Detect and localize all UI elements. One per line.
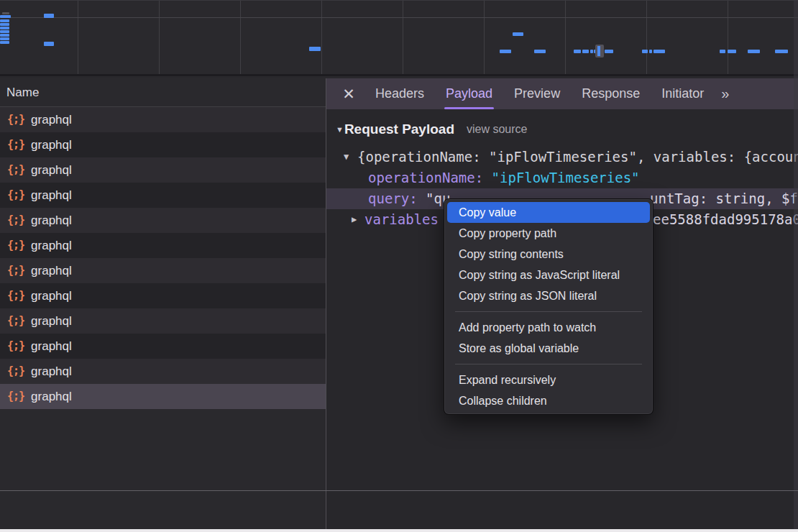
property-value-end: untTag: string, $f: [650, 188, 798, 209]
menu-item-add-property-path-to-watch[interactable]: Add property path to watch: [447, 317, 650, 338]
table-row-graphql[interactable]: {;}graphql: [0, 384, 326, 409]
request-name-label: graphql: [31, 208, 72, 233]
waterfall-bar: [0, 23, 9, 26]
menu-item-store-as-global-variable[interactable]: Store as global variable: [447, 338, 650, 359]
request-name-label: graphql: [31, 283, 72, 308]
network-request-list: Name {;}graphql{;}graphql{;}graphql{;}gr…: [0, 78, 326, 529]
waterfall-bar: [0, 27, 9, 29]
waterfall-bar: [574, 50, 581, 53]
timeline-gridline: [159, 1, 160, 74]
request-name-label: graphql: [31, 258, 72, 283]
network-overview-timeline[interactable]: [0, 0, 798, 76]
menu-item-copy-string-as-json-literal[interactable]: Copy string as JSON literal: [447, 285, 650, 306]
menu-item-expand-recursively[interactable]: Expand recursively: [447, 370, 650, 390]
request-name-label: graphql: [31, 183, 72, 208]
more-tabs-icon[interactable]: »: [721, 86, 728, 102]
window-bottom-edge: [0, 529, 798, 532]
tab-response[interactable]: Response: [582, 78, 640, 109]
summary-divider[interactable]: [0, 490, 798, 491]
waterfall-bar: [748, 50, 760, 53]
waterfall-bar: [0, 15, 11, 18]
property-value-end: ee5588fdad995178a0: [653, 209, 798, 230]
menu-item-collapse-children[interactable]: Collapse children: [447, 390, 650, 411]
json-braces-icon: {;}: [7, 157, 24, 183]
json-braces-icon: {;}: [7, 359, 24, 384]
menu-separator: [455, 364, 642, 364]
menu-item-copy-string-contents[interactable]: Copy string contents: [447, 244, 650, 265]
request-name-label: graphql: [31, 334, 72, 359]
json-braces-icon: {;}: [7, 283, 24, 308]
menu-item-copy-value[interactable]: Copy value: [447, 202, 650, 223]
property-key: query:: [368, 191, 418, 206]
waterfall-bar: [0, 37, 9, 40]
waterfall-bar: [513, 32, 523, 36]
json-braces-icon: {;}: [7, 308, 24, 334]
table-row-graphql[interactable]: {;}graphql: [0, 183, 326, 208]
panel-divider[interactable]: [326, 78, 326, 529]
timeline-gridline: [484, 1, 485, 74]
expand-arrow-icon[interactable]: ▶: [352, 209, 357, 230]
section-collapse-icon[interactable]: ▼: [336, 125, 344, 134]
table-row-graphql[interactable]: {;}graphql: [0, 283, 326, 308]
waterfall-bar: [605, 50, 613, 53]
window-right-edge: [794, 0, 798, 529]
timeline-gridline: [646, 1, 647, 74]
table-row-graphql[interactable]: {;}graphql: [0, 208, 326, 233]
view-source-link[interactable]: view source: [467, 123, 527, 136]
waterfall-bar: [0, 41, 9, 44]
json-braces-icon: {;}: [7, 384, 24, 409]
json-braces-icon: {;}: [7, 258, 24, 283]
root-preview-text: {operationName: "ipFlowTimeseries", vari…: [357, 147, 798, 168]
table-row-graphql[interactable]: {;}graphql: [0, 359, 326, 384]
request-name-label: graphql: [31, 107, 72, 132]
waterfall-bar: [0, 19, 9, 22]
tab-preview[interactable]: Preview: [514, 78, 560, 109]
timeline-gridline: [403, 1, 403, 74]
expand-arrow-icon[interactable]: ▼: [344, 147, 349, 168]
json-braces-icon: {;}: [7, 208, 24, 233]
waterfall-bar: [44, 14, 54, 18]
timeline-gridline: [240, 1, 241, 74]
table-row-graphql[interactable]: {;}graphql: [0, 132, 326, 157]
json-braces-icon: {;}: [7, 107, 24, 132]
close-icon[interactable]: ✕: [341, 86, 357, 103]
tree-row-root[interactable]: ▼ {operationName: "ipFlowTimeseries", va…: [326, 147, 798, 168]
property-key: variables: [364, 211, 439, 227]
selected-request-marker: [595, 45, 604, 58]
timeline-gridline: [0, 17, 798, 18]
request-payload-section-header[interactable]: ▼ Request Payload view source: [326, 118, 798, 141]
table-row-graphql[interactable]: {;}graphql: [0, 233, 326, 258]
json-braces-icon: {;}: [7, 233, 24, 258]
waterfall-bar: [649, 50, 652, 53]
tree-row-operation-name[interactable]: operationName: "ipFlowTimeseries": [326, 168, 798, 188]
waterfall-bar: [720, 50, 725, 53]
name-column-header[interactable]: Name: [0, 78, 326, 107]
request-name-label: graphql: [31, 157, 72, 183]
waterfall-bar: [0, 34, 9, 37]
menu-item-copy-string-as-javascript-literal[interactable]: Copy string as JavaScript literal: [447, 265, 650, 285]
table-row-graphql[interactable]: {;}graphql: [0, 157, 326, 183]
waterfall-bar: [500, 50, 511, 53]
property-value: "ipFlowTimeseries": [492, 170, 640, 185]
timeline-gridline: [565, 1, 566, 74]
tab-payload[interactable]: Payload: [446, 78, 492, 109]
request-name-label: graphql: [31, 132, 72, 157]
timeline-gridline: [321, 1, 322, 74]
waterfall-bar: [775, 50, 788, 53]
waterfall-bar: [642, 50, 648, 53]
timeline-gridline: [728, 1, 728, 74]
tab-initiator[interactable]: Initiator: [661, 78, 704, 109]
waterfall-bar: [582, 50, 589, 53]
request-name-label: graphql: [31, 359, 72, 384]
tab-headers[interactable]: Headers: [375, 78, 424, 109]
waterfall-bar: [590, 50, 593, 53]
menu-item-copy-property-path[interactable]: Copy property path: [447, 223, 650, 244]
timeline-gridline: [78, 1, 78, 74]
table-row-graphql[interactable]: {;}graphql: [0, 258, 326, 283]
table-row-graphql[interactable]: {;}graphql: [0, 334, 326, 359]
request-name-label: graphql: [31, 233, 72, 258]
waterfall-bar: [309, 47, 321, 51]
table-row-graphql[interactable]: {;}graphql: [0, 308, 326, 334]
table-row-graphql[interactable]: {;}graphql: [0, 107, 326, 132]
waterfall-bar: [653, 50, 665, 53]
